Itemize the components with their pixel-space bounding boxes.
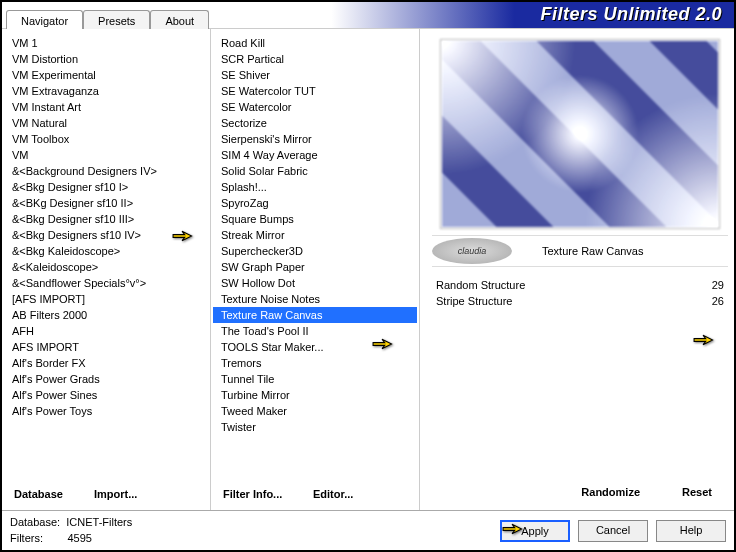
param-value: 29 [712, 279, 724, 291]
app-title: Filters Unlimited 2.0 [540, 4, 722, 25]
list-item[interactable]: SE Shiver [213, 67, 417, 83]
list-item[interactable]: Alf's Power Sines [4, 387, 208, 403]
list-item[interactable]: Tweed Maker [213, 403, 417, 419]
list-item[interactable]: &<Kaleidoscope> [4, 259, 208, 275]
category-list[interactable]: VM 1VM DistortionVM ExperimentalVM Extra… [2, 29, 210, 478]
param-row[interactable]: Stripe Structure26 [436, 293, 724, 309]
list-item[interactable]: Sectorize [213, 115, 417, 131]
footer-bar: Database: ICNET-Filters Filters: 4595 Ap… [2, 510, 734, 550]
list-item[interactable]: VM Distortion [4, 51, 208, 67]
help-button[interactable]: Help [656, 520, 726, 542]
list-item[interactable]: VM 1 [4, 35, 208, 51]
db-value: ICNET-Filters [66, 516, 132, 528]
list-item[interactable]: Road Kill [213, 35, 417, 51]
list-item[interactable]: Superchecker3D [213, 243, 417, 259]
list-item[interactable]: VM [4, 147, 208, 163]
parameters-area: Random Structure29Stripe Structure26 [426, 275, 734, 474]
list-item[interactable]: AFS IMPORT [4, 339, 208, 355]
list-item[interactable]: Sierpenski's Mirror [213, 131, 417, 147]
list-item[interactable]: Texture Raw Canvas [213, 307, 417, 323]
main-area: VM 1VM DistortionVM ExperimentalVM Extra… [2, 28, 734, 510]
selected-filter-label: Texture Raw Canvas [542, 245, 644, 257]
list-item[interactable]: Solid Solar Fabric [213, 163, 417, 179]
filter-panel: Road KillSCR ParticalSE ShiverSE Waterco… [211, 29, 419, 510]
apply-button[interactable]: Apply [500, 520, 570, 542]
mid-button-row: Filter Info... Editor... [211, 478, 419, 510]
preview-image [440, 39, 720, 229]
list-item[interactable]: VM Toolbox [4, 131, 208, 147]
list-item[interactable]: AB Filters 2000 [4, 307, 208, 323]
list-item[interactable]: Square Bumps [213, 211, 417, 227]
list-item[interactable]: [AFS IMPORT] [4, 291, 208, 307]
filter-name-row: claudia Texture Raw Canvas [432, 235, 728, 267]
list-item[interactable]: VM Extravaganza [4, 83, 208, 99]
param-value: 26 [712, 295, 724, 307]
list-item[interactable]: SIM 4 Way Average [213, 147, 417, 163]
tab-navigator[interactable]: Navigator [6, 10, 83, 29]
footer-info: Database: ICNET-Filters Filters: 4595 [10, 515, 132, 546]
db-label: Database: [10, 516, 60, 528]
param-row[interactable]: Random Structure29 [436, 277, 724, 293]
randomize-button[interactable]: Randomize [575, 482, 646, 502]
list-item[interactable]: Texture Noise Notes [213, 291, 417, 307]
list-item[interactable]: &<Bkg Designers sf10 IV> [4, 227, 208, 243]
list-item[interactable]: &<Bkg Designer sf10 III> [4, 211, 208, 227]
list-item[interactable]: &<Bkg Kaleidoscope> [4, 243, 208, 259]
list-item[interactable]: VM Experimental [4, 67, 208, 83]
filter-info-button[interactable]: Filter Info... [217, 484, 307, 504]
filters-count: 4595 [67, 532, 91, 544]
list-item[interactable]: Alf's Power Toys [4, 403, 208, 419]
editor-button[interactable]: Editor... [307, 484, 359, 504]
list-item[interactable]: Twister [213, 419, 417, 435]
list-item[interactable]: &<Background Designers IV> [4, 163, 208, 179]
list-item[interactable]: SpyroZag [213, 195, 417, 211]
list-item[interactable]: Alf's Power Grads [4, 371, 208, 387]
list-item[interactable]: &<BKg Designer sf10 II> [4, 195, 208, 211]
list-item[interactable]: SCR Partical [213, 51, 417, 67]
database-button[interactable]: Database [8, 484, 88, 504]
list-item[interactable]: &<Sandflower Specials°v°> [4, 275, 208, 291]
list-item[interactable]: SW Graph Paper [213, 259, 417, 275]
list-item[interactable]: Turbine Mirror [213, 387, 417, 403]
tab-about[interactable]: About [150, 10, 209, 29]
list-item[interactable]: AFH [4, 323, 208, 339]
list-item[interactable]: Splash!... [213, 179, 417, 195]
list-item[interactable]: The Toad's Pool II [213, 323, 417, 339]
list-item[interactable]: &<Bkg Designer sf10 I> [4, 179, 208, 195]
list-item[interactable]: SW Hollow Dot [213, 275, 417, 291]
filter-list[interactable]: Road KillSCR ParticalSE ShiverSE Waterco… [211, 29, 419, 478]
cancel-button[interactable]: Cancel [578, 520, 648, 542]
list-item[interactable]: VM Natural [4, 115, 208, 131]
list-item[interactable]: VM Instant Art [4, 99, 208, 115]
right-button-row: Randomize Reset [426, 474, 734, 510]
footer-buttons: Apply Cancel Help [500, 520, 726, 542]
logo-claudia: claudia [432, 238, 512, 264]
param-name: Stripe Structure [436, 295, 512, 307]
param-name: Random Structure [436, 279, 525, 291]
list-item[interactable]: SE Watercolor [213, 99, 417, 115]
list-item[interactable]: Tremors [213, 355, 417, 371]
preview-panel: claudia Texture Raw Canvas Random Struct… [420, 29, 734, 510]
header-bar: Navigator Presets About Filters Unlimite… [2, 2, 734, 28]
import-button[interactable]: Import... [88, 484, 143, 504]
reset-button[interactable]: Reset [676, 482, 718, 502]
list-item[interactable]: Alf's Border FX [4, 355, 208, 371]
list-item[interactable]: SE Watercolor TUT [213, 83, 417, 99]
category-panel: VM 1VM DistortionVM ExperimentalVM Extra… [2, 29, 210, 510]
list-item[interactable]: TOOLS Star Maker... [213, 339, 417, 355]
left-button-row: Database Import... [2, 478, 210, 510]
filters-label: Filters: [10, 532, 43, 544]
list-item[interactable]: Streak Mirror [213, 227, 417, 243]
tab-presets[interactable]: Presets [83, 10, 150, 29]
list-item[interactable]: Tunnel Tile [213, 371, 417, 387]
